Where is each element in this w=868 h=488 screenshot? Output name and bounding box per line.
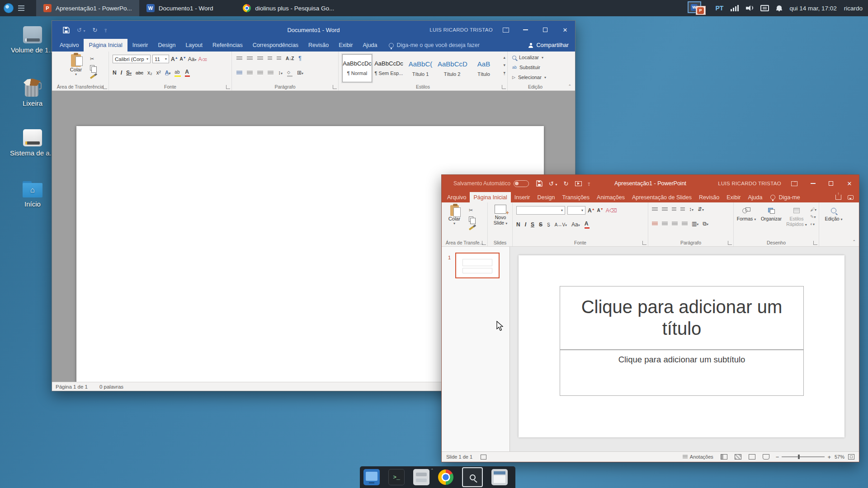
close-button[interactable]: ✕	[555, 21, 575, 39]
tell-me-box[interactable]: Diga-me o que você deseja fazer	[389, 39, 480, 52]
display-settings-icon[interactable]	[760, 5, 769, 11]
distro-start-icon[interactable]	[4, 3, 14, 13]
show-marks-icon[interactable]: ¶	[298, 55, 301, 61]
increase-indent-icon[interactable]	[277, 56, 281, 61]
ppt-title-bar[interactable]: Salvamento Automático ↺ ▾ ↻ ▿̱ Apresenta…	[442, 175, 859, 192]
gallery-more-icon[interactable]: ▾̱	[503, 70, 505, 75]
style-titulo-2[interactable]: AaBbCcDTítulo 2	[437, 54, 467, 82]
clear-formatting-icon[interactable]: A⌫	[198, 56, 207, 62]
fit-slide-to-window-icon[interactable]	[848, 454, 854, 460]
tab-transicoes[interactable]: Transições	[558, 192, 593, 202]
tab-correspondencias[interactable]: Correspondências	[248, 39, 303, 52]
align-left-icon[interactable]	[652, 222, 658, 226]
subscript-icon[interactable]: x₂	[147, 70, 152, 76]
autosave-control[interactable]: Salvamento Automático	[453, 180, 529, 187]
comments-icon[interactable]	[848, 195, 854, 200]
line-spacing-icon[interactable]: ↕▾	[689, 206, 693, 212]
collapse-ribbon-icon[interactable]: ⌃	[852, 239, 856, 244]
minimize-button[interactable]	[515, 21, 535, 39]
gallery-down-icon[interactable]: ▾	[503, 63, 505, 67]
dock-file-manager-icon[interactable]	[413, 469, 429, 485]
paste-button[interactable]: Colar▾	[65, 54, 87, 76]
undo-icon[interactable]: ↺ ▾	[77, 27, 85, 33]
align-center-icon[interactable]	[662, 222, 668, 226]
redo-icon[interactable]: ↻	[564, 180, 569, 187]
dialog-launcher-icon[interactable]	[642, 241, 646, 245]
save-icon[interactable]	[63, 27, 70, 33]
font-name-combo[interactable]: Calibri (Corp▾	[113, 55, 151, 63]
tab-layout[interactable]: Layout	[180, 39, 208, 52]
title-placeholder[interactable]: Clique para adicionar um título	[560, 286, 804, 350]
taskbar-task-word[interactable]: W Documento1 - Word	[139, 0, 221, 16]
italic-icon[interactable]: I	[121, 70, 122, 76]
increase-indent-icon[interactable]	[680, 207, 685, 211]
shape-effects-icon[interactable]: ◐▾	[810, 221, 816, 226]
tab-revisao[interactable]: Revisão	[303, 39, 334, 52]
taskbar-task-chrome[interactable]: diolinus plus - Pesquisa Go...	[236, 0, 341, 16]
tab-ajuda[interactable]: Ajuda	[744, 192, 766, 202]
format-painter-icon[interactable]	[90, 73, 95, 80]
font-name-combo[interactable]: ▾	[516, 206, 565, 215]
select-button[interactable]: Selecionar	[518, 75, 542, 80]
tab-apresentacao-de-slides[interactable]: Apresentação de Slides	[628, 192, 695, 202]
tab-ajuda[interactable]: Ajuda	[358, 39, 382, 52]
dock-search-icon[interactable]	[464, 469, 481, 485]
autosave-toggle[interactable]	[514, 180, 529, 187]
underline-icon[interactable]: S	[531, 221, 534, 228]
keyboard-layout-indicator[interactable]: PT	[716, 5, 724, 12]
subtitle-placeholder[interactable]: Clique para adicionar um subtítulo	[560, 350, 804, 396]
dock-chrome-icon[interactable]	[438, 469, 453, 485]
tell-me-box[interactable]: Diga-me	[770, 192, 800, 202]
find-button[interactable]: Localizar	[519, 55, 539, 60]
customize-qat-icon[interactable]: ▿̱	[588, 181, 590, 186]
slide-editor-area[interactable]: Clique para adicionar um título Clique p…	[510, 247, 859, 451]
network-signal-icon[interactable]	[731, 5, 739, 11]
dialog-launcher-icon[interactable]	[813, 241, 817, 245]
line-spacing-icon[interactable]: ↕▾	[278, 70, 283, 76]
app-menu-icon[interactable]	[18, 5, 24, 11]
font-color-icon[interactable]: A	[585, 221, 590, 229]
account-name[interactable]: LUIS RICARDO TRISTAO	[718, 181, 781, 186]
dock-search-selected[interactable]	[462, 467, 483, 487]
customize-qat-icon[interactable]: ▿̱	[104, 28, 107, 32]
slide-thumbnail-panel[interactable]: 1	[442, 247, 510, 451]
shrink-font-icon[interactable]: A▼	[597, 207, 604, 213]
volume-icon[interactable]	[746, 5, 753, 11]
tab-inserir[interactable]: Inserir	[127, 39, 153, 52]
smartart-icon[interactable]: ⧉▾	[703, 221, 708, 227]
tab-arquivo[interactable]: Arquivo	[55, 39, 84, 52]
dialog-launcher-icon[interactable]	[333, 85, 337, 89]
close-button[interactable]: ✕	[840, 175, 859, 192]
normal-view-button[interactable]	[721, 454, 727, 460]
share-icon[interactable]	[835, 195, 841, 200]
zoom-level[interactable]: 57%	[835, 454, 844, 460]
paste-button[interactable]: Colar▾	[444, 205, 464, 225]
justify-icon[interactable]	[268, 71, 274, 75]
bold-icon[interactable]: N	[113, 70, 117, 76]
zoom-slider-handle[interactable]	[798, 455, 800, 459]
shapes-button[interactable]: Formas ▾	[736, 206, 757, 221]
taskbar-task-powerpoint[interactable]: P Apresentação1 - PowerPo...	[36, 0, 139, 16]
user-name[interactable]: ricardo	[844, 5, 863, 12]
tab-inserir[interactable]: Inserir	[511, 192, 534, 202]
tab-exibir[interactable]: Exibir	[723, 192, 744, 202]
shape-outline-icon[interactable]: ✎▾	[810, 214, 816, 219]
tab-design[interactable]: Design	[153, 39, 180, 52]
text-shadow-icon[interactable]: S̤	[547, 222, 550, 227]
decrease-indent-icon[interactable]	[672, 207, 676, 211]
numbering-icon[interactable]	[247, 56, 253, 61]
account-name[interactable]: LUIS RICARDO TRISTAO	[429, 27, 493, 33]
display-settings-icon[interactable]	[481, 455, 486, 460]
dialog-launcher-icon[interactable]	[482, 241, 486, 245]
italic-icon[interactable]: I	[525, 221, 526, 228]
decrease-indent-icon[interactable]	[268, 56, 272, 61]
sort-icon[interactable]: A↓Z	[286, 56, 294, 61]
word-title-bar[interactable]: ↺ ▾ ↻ ▿̱ Documento1 - Word LUIS RICARDO …	[52, 21, 575, 39]
slide-counter[interactable]: Slide 1 de 1	[446, 454, 472, 460]
strikethrough-icon[interactable]: abc	[136, 70, 143, 75]
copy-icon[interactable]	[90, 64, 95, 71]
ribbon-display-options-icon[interactable]	[788, 178, 801, 189]
minimize-button[interactable]	[804, 175, 822, 192]
tab-design[interactable]: Design	[533, 192, 558, 202]
align-center-icon[interactable]	[247, 71, 253, 75]
